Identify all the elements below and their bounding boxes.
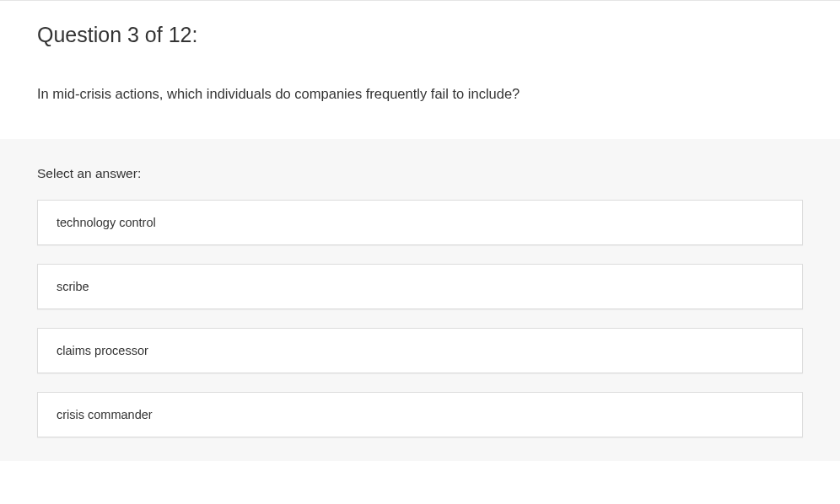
answer-option-2[interactable]: scribe — [37, 264, 803, 309]
answer-option-1[interactable]: technology control — [37, 200, 803, 245]
quiz-container: Question 3 of 12: In mid-crisis actions,… — [0, 0, 840, 461]
question-text: In mid-crisis actions, which individuals… — [37, 84, 803, 131]
answer-option-4[interactable]: crisis commander — [37, 392, 803, 437]
question-header: Question 3 of 12: In mid-crisis actions,… — [0, 1, 840, 139]
answer-section: Select an answer: technology control scr… — [0, 139, 840, 461]
answer-prompt: Select an answer: — [37, 166, 803, 181]
answer-option-label: technology control — [57, 216, 156, 229]
answer-option-label: claims processor — [57, 344, 148, 357]
answer-option-label: crisis commander — [57, 408, 153, 421]
answer-option-label: scribe — [57, 280, 89, 293]
answer-option-3[interactable]: claims processor — [37, 328, 803, 373]
answer-list: technology control scribe claims process… — [37, 200, 803, 437]
question-number: Question 3 of 12: — [37, 23, 803, 47]
